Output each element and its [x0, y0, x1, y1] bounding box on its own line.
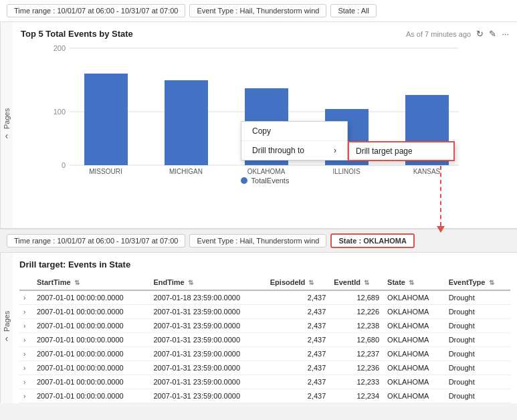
context-menu-copy[interactable]: Copy — [241, 122, 347, 140]
pages-tab-left[interactable]: › Pages — [0, 22, 13, 228]
cell-eventtype-3: Drought — [445, 333, 510, 347]
bottom-filter-pill-state[interactable]: State : OKLAHOMA — [330, 233, 414, 248]
svg-text:0: 0 — [62, 161, 66, 169]
cell-endtime-4: 2007-01-31 23:59:00.0000 — [149, 347, 266, 361]
col-endtime[interactable]: EndTime ⇅ — [149, 275, 266, 290]
table-row: › 2007-01-01 00:00:00.0000 2007-01-31 23… — [19, 319, 510, 333]
drill-arrow — [437, 166, 445, 233]
cell-state-7: OKLAHOMA — [383, 389, 445, 403]
col-eventtype[interactable]: EventType ⇅ — [445, 275, 510, 290]
chart-title: Top 5 Total Events by State — [21, 29, 133, 39]
top-filter-pill-0[interactable]: Time range : 10/01/07 at 06:00 - 10/31/0… — [7, 4, 185, 17]
cell-eventid-5: 12,236 — [330, 361, 383, 375]
cell-starttime-6: 2007-01-01 00:00:00.0000 — [33, 375, 149, 389]
table-row: › 2007-01-01 00:00:00.0000 2007-01-31 23… — [19, 305, 510, 319]
bottom-filter-pill-1[interactable]: Event Type : Hail, Thunderstorm wind — [189, 234, 326, 247]
arrow-head — [437, 226, 445, 233]
chart-legend: TotalEvents — [21, 177, 509, 189]
col-state[interactable]: State ⇅ — [383, 275, 445, 290]
chevron-right-icon: › — [334, 146, 336, 155]
svg-text:100: 100 — [54, 108, 66, 116]
cell-starttime-2: 2007-01-01 00:00:00.0000 — [33, 319, 149, 333]
cell-starttime-0: 2007-01-01 00:00:00.0000 — [33, 290, 149, 305]
cell-eventid-7: 12,234 — [330, 389, 383, 403]
refresh-icon[interactable]: ↻ — [476, 29, 484, 39]
cell-endtime-2: 2007-01-31 23:59:00.0000 — [149, 319, 266, 333]
cell-starttime-5: 2007-01-01 00:00:00.0000 — [33, 361, 149, 375]
cell-episodeid-2: 2,437 — [266, 319, 330, 333]
row-expand-2[interactable]: › — [19, 319, 33, 333]
table-row: › 2007-01-01 00:00:00.0000 2007-01-31 23… — [19, 347, 510, 361]
cell-episodeid-7: 2,437 — [266, 389, 330, 403]
chart-panel: › Pages Top 5 Total Events by State As o… — [0, 22, 517, 229]
chart-meta-time: As of 7 minutes ago — [406, 30, 471, 38]
cell-episodeid-3: 2,437 — [266, 333, 330, 347]
top-filter-bar: Time range : 10/01/07 at 06:00 - 10/31/0… — [0, 0, 517, 22]
row-expand-4[interactable]: › — [19, 347, 33, 361]
drill-target-label[interactable]: Drill target page — [356, 146, 413, 156]
bottom-filter-bar: Time range : 10/01/07 at 06:00 - 10/31/0… — [0, 229, 517, 253]
cell-state-4: OKLAHOMA — [383, 347, 445, 361]
legend-label: TotalEvents — [251, 177, 290, 185]
svg-text:MICHIGAN: MICHIGAN — [169, 168, 203, 175]
cell-eventtype-7: Drought — [445, 389, 510, 403]
cell-endtime-3: 2007-01-31 23:59:00.0000 — [149, 333, 266, 347]
edit-icon[interactable]: ✎ — [489, 29, 496, 39]
cell-state-1: OKLAHOMA — [383, 305, 445, 319]
cell-eventtype-1: Drought — [445, 305, 510, 319]
cell-eventtype-2: Drought — [445, 319, 510, 333]
pages-expand-arrow-2[interactable]: › — [5, 334, 9, 345]
top-filter-pill-1[interactable]: Event Type : Hail, Thunderstorm wind — [189, 4, 326, 17]
col-eventid[interactable]: EventId ⇅ — [330, 275, 383, 290]
svg-rect-8 — [165, 80, 208, 165]
cell-starttime-3: 2007-01-01 00:00:00.0000 — [33, 333, 149, 347]
cell-eventid-2: 12,238 — [330, 319, 383, 333]
table-row: › 2007-01-01 00:00:00.0000 2007-01-31 23… — [19, 361, 510, 375]
cell-eventid-4: 12,237 — [330, 347, 383, 361]
table-row: › 2007-01-01 00:00:00.0000 2007-01-31 23… — [19, 375, 510, 389]
cell-endtime-6: 2007-01-31 23:59:00.0000 — [149, 375, 266, 389]
cell-eventid-0: 12,689 — [330, 290, 383, 305]
cell-eventtype-6: Drought — [445, 375, 510, 389]
col-starttime[interactable]: StartTime ⇅ — [33, 275, 149, 290]
dashed-line — [440, 166, 441, 226]
col-episodeid[interactable]: EpisodeId ⇅ — [266, 275, 330, 290]
cell-state-2: OKLAHOMA — [383, 319, 445, 333]
cell-episodeid-4: 2,437 — [266, 347, 330, 361]
cell-episodeid-0: 2,437 — [266, 290, 330, 305]
cell-starttime-4: 2007-01-01 00:00:00.0000 — [33, 347, 149, 361]
more-icon[interactable]: ··· — [502, 29, 509, 39]
pages-expand-arrow[interactable]: › — [5, 132, 9, 142]
table-area: Drill target: Events in State StartTime … — [13, 253, 517, 403]
pages-label-2: Pages — [3, 311, 11, 332]
top-filter-pill-2[interactable]: State : All — [330, 4, 376, 17]
svg-text:200: 200 — [54, 44, 66, 52]
cell-starttime-7: 2007-01-01 00:00:00.0000 — [33, 389, 149, 403]
row-expand-3[interactable]: › — [19, 333, 33, 347]
row-expand-1[interactable]: › — [19, 305, 33, 319]
cell-state-6: OKLAHOMA — [383, 375, 445, 389]
drill-submenu[interactable]: Drill target page — [348, 141, 455, 161]
svg-text:MISSOURI: MISSOURI — [89, 168, 122, 175]
row-expand-7[interactable]: › — [19, 389, 33, 403]
cell-state-3: OKLAHOMA — [383, 333, 445, 347]
svg-rect-6 — [84, 74, 128, 165]
events-table: StartTime ⇅ EndTime ⇅ EpisodeId ⇅ EventI… — [19, 275, 510, 403]
cell-episodeid-6: 2,437 — [266, 375, 330, 389]
row-expand-6[interactable]: › — [19, 375, 33, 389]
bottom-filter-pill-0[interactable]: Time range : 10/01/07 at 06:00 - 10/31/0… — [7, 234, 185, 247]
cell-eventid-1: 12,226 — [330, 305, 383, 319]
cell-eventtype-5: Drought — [445, 361, 510, 375]
cell-eventid-6: 12,233 — [330, 375, 383, 389]
legend-dot — [241, 177, 247, 184]
context-menu-drill-through[interactable]: Drill through to › — [241, 141, 347, 160]
cell-episodeid-1: 2,437 — [266, 305, 330, 319]
context-menu: Copy Drill through to › — [241, 121, 348, 161]
pages-tab-left-2[interactable]: › Pages — [0, 253, 13, 403]
cell-starttime-1: 2007-01-01 00:00:00.0000 — [33, 305, 149, 319]
row-expand-0[interactable]: › — [19, 290, 33, 305]
cell-eventtype-4: Drought — [445, 347, 510, 361]
table-panel-title: Drill target: Events in State — [19, 259, 510, 270]
cell-eventid-3: 12,680 — [330, 333, 383, 347]
row-expand-5[interactable]: › — [19, 361, 33, 375]
